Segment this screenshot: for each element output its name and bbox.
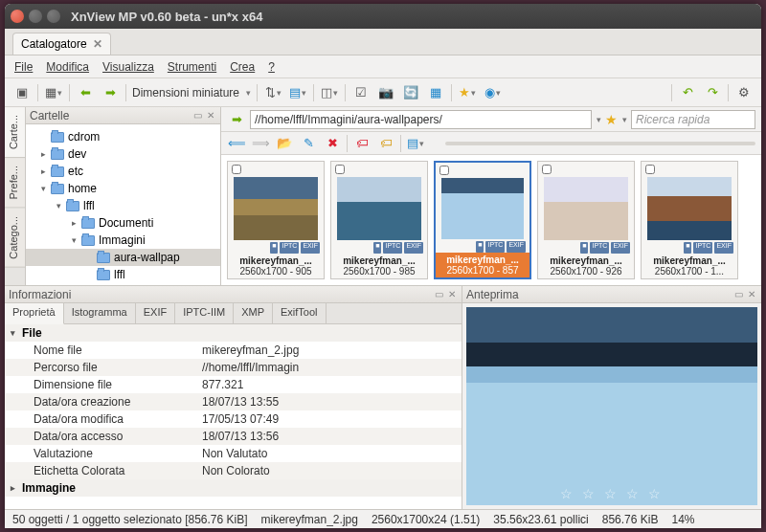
prop-group-file[interactable]: ▾File (5, 324, 462, 342)
folders-panel: Cartelle ▭ ✕ cdrom ▸dev ▸etc ▾home ▾lffl… (26, 107, 221, 285)
filter-icon[interactable]: ▤▾ (288, 83, 307, 102)
menu-tools[interactable]: Strumenti (168, 60, 216, 74)
fullscreen-icon[interactable]: ▣ (12, 83, 32, 102)
menu-create[interactable]: Crea (230, 60, 255, 74)
compare-icon[interactable]: ◫▾ (320, 83, 339, 102)
rate-icon[interactable]: ★▾ (458, 83, 477, 102)
tab-catalogatore[interactable]: Catalogatore ✕ (12, 33, 111, 55)
tree-node-aura-wallpapers[interactable]: aura-wallpap (26, 249, 220, 266)
menu-edit[interactable]: Modifica (46, 60, 89, 74)
thumbnail-item[interactable]: ■IPTCEXIFmikereyfman_...2560x1700 - 985 (330, 161, 428, 279)
status-inches: 35.56x23.61 pollici (493, 513, 588, 526)
sort-icon[interactable]: ⇅▾ (263, 83, 282, 102)
preview-panel-header: Anteprima ▭ ✕ (462, 286, 761, 303)
main-area: Carte... Prefe... Catego... Cartelle ▭ ✕… (5, 107, 761, 285)
rating-stars[interactable]: ☆ ☆ ☆ ☆ ☆ (560, 486, 664, 501)
screenshot-icon[interactable]: 📷 (376, 83, 395, 102)
tab-iptc[interactable]: IPTC-IIM (175, 303, 234, 323)
tree-node-documenti[interactable]: ▸Documenti (26, 214, 220, 232)
thumbnail-item[interactable]: ■IPTCEXIFmikereyfman_...2560x1700 - 905 (227, 161, 325, 279)
batch-icon[interactable]: ▦ (426, 83, 445, 102)
forward-icon[interactable]: ⟹ (251, 134, 270, 153)
sidetab-folders[interactable]: Carte... (5, 107, 25, 158)
close-panel-icon[interactable]: ✕ (746, 289, 757, 300)
tree-node-immagini[interactable]: ▾Immagini (26, 232, 220, 249)
browser-toolbar: ⟸ ⟹ 📂 ✎ ✖ 🏷 🏷 ▤▾ (221, 132, 761, 155)
view-mode-icon[interactable]: ▤▾ (406, 134, 425, 153)
thumbnail-size-dropdown-icon[interactable]: ▾ (246, 88, 251, 98)
menu-file[interactable]: File (14, 60, 33, 74)
folder-tree[interactable]: cdrom ▸dev ▸etc ▾home ▾lffl ▸Documenti ▾… (26, 124, 220, 285)
favorite-next-icon[interactable]: ➡ (101, 83, 120, 102)
select-icon[interactable]: ☑ (351, 83, 371, 102)
window-close-button[interactable] (11, 10, 24, 23)
tree-node-lffl[interactable]: ▾lffl (26, 197, 220, 214)
tab-xmp[interactable]: XMP (234, 303, 273, 323)
menu-view[interactable]: Visualizza (102, 60, 154, 74)
window-minimize-button[interactable] (29, 10, 42, 23)
status-zoom: 14% (671, 513, 694, 526)
document-tabbar: Catalogatore ✕ (5, 29, 761, 55)
status-filesize: 856.76 KiB (602, 513, 659, 526)
preview-image[interactable]: ☆ ☆ ☆ ☆ ☆ (466, 307, 757, 505)
tab-properties[interactable]: Proprietà (5, 303, 64, 324)
close-panel-icon[interactable]: ✕ (446, 289, 458, 300)
label-icon[interactable]: ◉▾ (483, 83, 502, 102)
thumb-checkbox[interactable] (542, 165, 552, 174)
info-panel-title: Informazioni (9, 288, 71, 301)
favorite-dropdown-icon[interactable]: ▾ (622, 115, 627, 124)
edit-icon[interactable]: ✎ (299, 134, 318, 153)
thumbnail-item[interactable]: ■IPTCEXIFmikereyfman_...2560x1700 - 1... (641, 161, 738, 279)
prop-row: Data/ora creazione18/07/13 13:55 (5, 393, 462, 410)
thumb-checkbox[interactable] (232, 165, 241, 174)
detach-panel-icon[interactable]: ▭ (732, 289, 744, 300)
window-maximize-button[interactable] (47, 10, 60, 23)
thumbnail-item[interactable]: ■IPTCEXIFmikereyfman_...2560x1700 - 926 (537, 161, 635, 279)
thumb-checkbox[interactable] (335, 165, 345, 174)
quick-search-input[interactable]: Ricerca rapida (631, 110, 755, 129)
detach-panel-icon[interactable]: ▭ (433, 289, 444, 300)
tree-node-etc[interactable]: ▸etc (26, 163, 220, 180)
thumbnail-item-selected[interactable]: ■IPTCEXIFmikereyfman_...2560x1700 - 857 (434, 161, 531, 279)
path-input[interactable]: //home/lffl/Immagini/aura-wallpapers/ (250, 110, 592, 129)
thumb-checkbox[interactable] (645, 165, 655, 174)
tab-exif[interactable]: EXIF (136, 303, 175, 323)
sidetab-categories[interactable]: Catego... (5, 209, 25, 268)
close-tab-icon[interactable]: ✕ (93, 37, 102, 51)
favorite-star-icon[interactable]: ★ (605, 112, 618, 127)
tag-red-icon[interactable]: 🏷 (352, 134, 372, 153)
convert-icon[interactable]: 🔄 (401, 83, 420, 102)
tree-node-cdrom[interactable]: cdrom (26, 128, 220, 145)
tab-exiftool[interactable]: ExifTool (273, 303, 327, 323)
menubar: File Modifica Visualizza Strumenti Crea … (5, 55, 761, 78)
menu-help[interactable]: ? (268, 60, 275, 74)
go-icon[interactable]: ➡ (227, 110, 246, 129)
tree-node-dev[interactable]: ▸dev (26, 145, 220, 163)
rotate-left-icon[interactable]: ↶ (678, 83, 697, 102)
status-dimensions: 2560x1700x24 (1.51) (372, 513, 480, 526)
zoom-slider[interactable] (445, 142, 755, 145)
window-title: XnView MP v0.60 beta - un*x x64 (71, 10, 262, 24)
tab-histogram[interactable]: Istogramma (64, 303, 136, 323)
sidetab-prefs[interactable]: Prefe... (5, 158, 25, 208)
back-icon[interactable]: ⟸ (227, 134, 246, 153)
rotate-right-icon[interactable]: ↷ (703, 83, 722, 102)
path-dropdown-icon[interactable]: ▾ (597, 115, 601, 124)
detach-panel-icon[interactable]: ▭ (192, 110, 203, 122)
info-panel: Informazioni ▭ ✕ Proprietà Istogramma EX… (5, 286, 462, 509)
prop-row: ValutazioneNon Valutato (5, 445, 462, 462)
close-panel-icon[interactable]: ✕ (205, 110, 216, 122)
open-icon[interactable]: 📂 (275, 134, 294, 153)
delete-icon[interactable]: ✖ (323, 134, 342, 153)
favorite-prev-icon[interactable]: ⬅ (76, 83, 95, 102)
prop-group-image[interactable]: ▸Immagine (5, 479, 462, 497)
prop-row: Data/ora modifica17/05/13 07:49 (5, 410, 462, 428)
browser-area: ➡ //home/lffl/Immagini/aura-wallpapers/ … (221, 107, 761, 285)
tree-node-home[interactable]: ▾home (26, 180, 220, 197)
tree-node-lffl2[interactable]: lffl (26, 266, 220, 283)
layout-icon[interactable]: ▦▾ (44, 83, 63, 102)
thumb-checkbox[interactable] (439, 166, 449, 175)
folders-panel-title: Cartelle (30, 109, 69, 122)
tag-yellow-icon[interactable]: 🏷 (376, 134, 395, 153)
settings-icon[interactable]: ⚙ (734, 83, 754, 102)
